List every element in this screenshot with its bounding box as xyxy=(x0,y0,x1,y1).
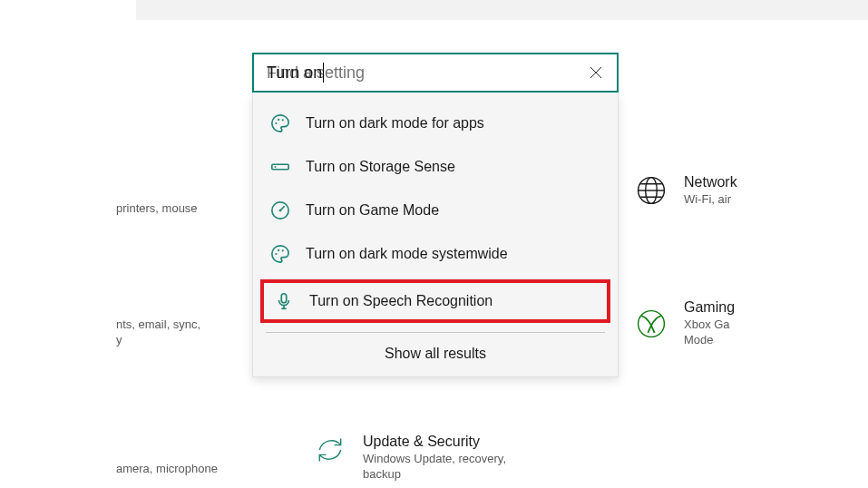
search-results-dropdown: Turn on dark mode for apps Turn on Stora… xyxy=(252,93,619,377)
xbox-icon xyxy=(635,307,668,340)
tile-sub: Xbox Ga xyxy=(684,317,735,333)
tile-gaming[interactable]: Gaming Xbox Ga Mode xyxy=(635,299,735,348)
search-result[interactable]: Turn on Game Mode xyxy=(253,189,618,232)
storage-icon xyxy=(269,156,291,178)
tile-update-security[interactable]: Update & Security Windows Update, recove… xyxy=(314,434,506,483)
clear-search-button[interactable] xyxy=(584,61,608,84)
palette-icon xyxy=(269,243,291,265)
globe-icon xyxy=(635,174,668,207)
mic-icon xyxy=(273,290,295,312)
devices-sub-fragment: printers, mouse xyxy=(116,200,198,217)
tile-title: Network xyxy=(684,174,737,190)
svg-point-14 xyxy=(275,253,277,255)
tile-sub: Mode xyxy=(684,333,735,348)
search-result[interactable]: Turn on Storage Sense xyxy=(253,145,618,189)
sync-icon xyxy=(314,434,346,466)
result-label: Turn on dark mode systemwide xyxy=(306,246,508,262)
search-result[interactable]: Turn on dark mode systemwide xyxy=(253,232,618,276)
svg-point-13 xyxy=(279,210,282,212)
privacy-sub-fragment: amera, microphone xyxy=(116,461,218,477)
show-all-results[interactable]: Show all results xyxy=(253,333,618,376)
search-result[interactable]: Turn on dark mode for apps xyxy=(253,102,618,145)
svg-point-7 xyxy=(278,119,279,121)
svg-point-6 xyxy=(275,122,277,124)
gauge-icon xyxy=(269,200,291,221)
result-label: Turn on Speech Recognition xyxy=(309,293,493,309)
tile-title: Gaming xyxy=(684,299,735,316)
tile-sub: Wi-Fi, air xyxy=(684,192,737,208)
tile-title: Update & Security xyxy=(363,434,506,450)
result-label: Turn on Storage Sense xyxy=(306,159,455,175)
tile-network[interactable]: Network Wi-Fi, air xyxy=(635,174,737,208)
svg-rect-17 xyxy=(281,294,287,303)
svg-point-15 xyxy=(278,249,279,251)
settings-search: Turn on Turn on dark mode for apps Turn … xyxy=(252,53,619,377)
svg-point-10 xyxy=(275,166,277,168)
svg-point-16 xyxy=(282,249,284,251)
palette-icon xyxy=(269,112,291,134)
svg-point-8 xyxy=(282,119,284,121)
tile-sub: Windows Update, recovery, xyxy=(363,452,506,467)
accounts-sub-fragment-b: y xyxy=(116,332,122,348)
tile-sub: backup xyxy=(363,467,506,483)
result-label: Turn on Game Mode xyxy=(306,202,439,219)
close-icon xyxy=(590,66,602,79)
result-label: Turn on dark mode for apps xyxy=(306,115,484,132)
search-result-highlighted[interactable]: Turn on Speech Recognition xyxy=(260,279,610,323)
accounts-sub-fragment-a: nts, email, sync, xyxy=(116,317,200,333)
search-box[interactable]: Turn on xyxy=(252,53,619,93)
search-input[interactable] xyxy=(267,63,584,83)
